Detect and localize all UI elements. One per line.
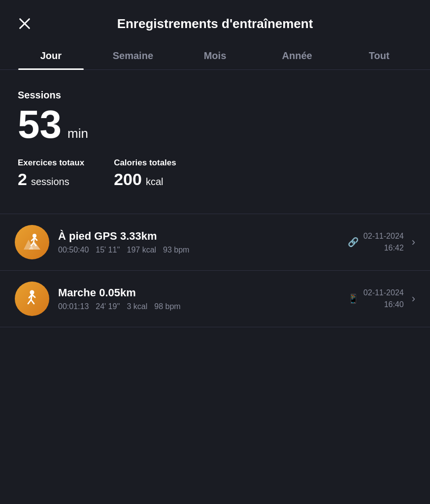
activity-item-1[interactable]: À pied GPS 3.33km 00:50:40 15' 11'' 197 … bbox=[0, 214, 430, 270]
tab-annee[interactable]: Année bbox=[256, 43, 338, 69]
activity-details-2: 00:01:13 24' 19'' 3 kcal 98 bpm bbox=[58, 302, 348, 311]
svg-line-9 bbox=[34, 238, 37, 240]
activity-bpm-1: 93 bpm bbox=[163, 246, 189, 254]
sessions-number: 53 bbox=[18, 105, 62, 144]
tab-tout[interactable]: Tout bbox=[338, 43, 420, 69]
exercices-block: Exercices totaux 2 sessions bbox=[18, 158, 84, 189]
calories-label: Calories totales bbox=[114, 158, 176, 168]
activity-right-1: 🔗 02-11-2024 16:42 › bbox=[348, 230, 415, 254]
exercices-value-row: 2 sessions bbox=[18, 170, 84, 189]
exercices-label: Exercices totaux bbox=[18, 158, 84, 168]
tab-jour[interactable]: Jour bbox=[10, 43, 92, 69]
activity-duration-2: 00:01:13 bbox=[58, 302, 89, 311]
link-icon-1: 🔗 bbox=[348, 237, 359, 248]
activity-icon-circle-1 bbox=[15, 225, 49, 259]
svg-line-12 bbox=[28, 300, 31, 304]
tab-semaine[interactable]: Semaine bbox=[92, 43, 174, 69]
sessions-unit: min bbox=[67, 126, 88, 141]
activity-right-2: 📱 02-11-2024 16:40 › bbox=[348, 287, 415, 311]
activities-section: À pied GPS 3.33km 00:50:40 15' 11'' 197 … bbox=[0, 204, 430, 327]
close-icon bbox=[18, 17, 32, 31]
page-container: Enregistrements d'entraînement Jour Sema… bbox=[0, 0, 430, 327]
stats-section: Sessions 53 min Exercices totaux 2 sessi… bbox=[0, 85, 430, 204]
page-title: Enregistrements d'entraînement bbox=[34, 16, 415, 32]
activity-calories-2: 3 kcal bbox=[127, 302, 147, 311]
walking-gps-icon bbox=[22, 232, 42, 252]
activity-bpm-2: 98 bpm bbox=[154, 302, 180, 311]
tab-mois[interactable]: Mois bbox=[174, 43, 256, 69]
phone-icon-2: 📱 bbox=[348, 293, 359, 304]
stats-row: Exercices totaux 2 sessions Calories tot… bbox=[18, 158, 412, 189]
sessions-value-row: 53 min bbox=[18, 105, 412, 144]
activity-calories-1: 197 kcal bbox=[127, 246, 156, 254]
walking-icon bbox=[22, 288, 42, 309]
activity-pace-1: 15' 11'' bbox=[96, 246, 120, 254]
exercices-unit: sessions bbox=[31, 176, 69, 188]
chevron-right-icon-1: › bbox=[412, 236, 415, 249]
activity-duration-1: 00:50:40 bbox=[58, 246, 89, 254]
close-button[interactable] bbox=[15, 14, 34, 33]
activity-icon-circle-2 bbox=[15, 282, 49, 316]
activity-pace-2: 24' 19'' bbox=[96, 302, 120, 311]
activity-details-1: 00:50:40 15' 11'' 197 kcal 93 bpm bbox=[58, 246, 348, 254]
chevron-right-icon-2: › bbox=[412, 292, 415, 305]
calories-value-row: 200 kcal bbox=[114, 170, 176, 189]
svg-line-13 bbox=[31, 300, 34, 304]
calories-block: Calories totales 200 kcal bbox=[114, 158, 176, 189]
activity-date-1: 02-11-2024 16:42 bbox=[364, 230, 404, 254]
tabs-container: Jour Semaine Mois Année Tout bbox=[0, 43, 430, 70]
activity-name-2: Marche 0.05km bbox=[58, 286, 348, 299]
activity-name-1: À pied GPS 3.33km bbox=[58, 230, 348, 243]
activity-date-2: 02-11-2024 16:40 bbox=[364, 287, 404, 311]
activity-info-1: À pied GPS 3.33km 00:50:40 15' 11'' 197 … bbox=[58, 230, 348, 254]
exercices-number: 2 bbox=[18, 170, 27, 189]
activity-info-2: Marche 0.05km 00:01:13 24' 19'' 3 kcal 9… bbox=[58, 286, 348, 311]
calories-unit: kcal bbox=[146, 176, 164, 188]
header: Enregistrements d'entraînement bbox=[0, 0, 430, 43]
sessions-label: Sessions bbox=[18, 90, 412, 101]
activity-item-2[interactable]: Marche 0.05km 00:01:13 24' 19'' 3 kcal 9… bbox=[0, 270, 430, 327]
calories-number: 200 bbox=[114, 170, 142, 189]
